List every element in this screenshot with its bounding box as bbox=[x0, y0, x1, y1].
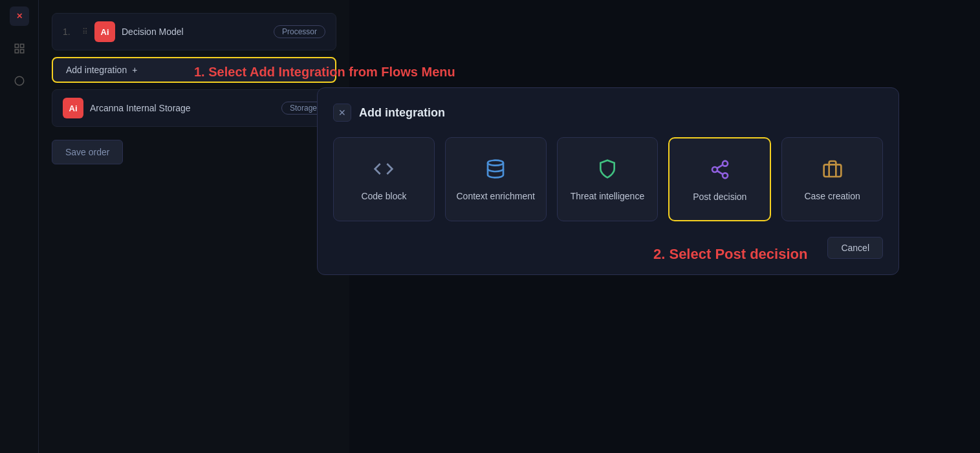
cancel-button[interactable]: Cancel bbox=[827, 237, 883, 259]
modal-title: Add integration bbox=[359, 106, 445, 120]
case-creation-icon bbox=[820, 156, 845, 182]
flow-item-number: 1. bbox=[63, 27, 76, 37]
svg-rect-0 bbox=[15, 44, 18, 47]
context-enrichment-label: Context enrichment bbox=[456, 191, 534, 201]
add-integration-label: Add integration bbox=[66, 65, 127, 75]
svg-rect-3 bbox=[20, 50, 23, 53]
modal-header: ✕ Add integration bbox=[333, 104, 883, 122]
post-decision-icon bbox=[707, 157, 733, 182]
context-enrichment-icon bbox=[483, 156, 508, 182]
integration-cards-container: Code block Context enrichment Threat int… bbox=[333, 137, 883, 221]
flow-item-icon-2: Ai bbox=[63, 98, 83, 118]
post-decision-label: Post decision bbox=[693, 192, 746, 202]
sidebar-icon-1[interactable] bbox=[10, 39, 29, 58]
svg-point-8 bbox=[723, 173, 728, 178]
sidebar-logo: ✕ bbox=[10, 6, 29, 26]
flow-item-1: 1. ⠿ Ai Decision Model Processor bbox=[52, 13, 336, 50]
code-block-icon bbox=[371, 156, 397, 182]
svg-rect-11 bbox=[823, 164, 841, 177]
integration-card-context-enrichment[interactable]: Context enrichment bbox=[445, 137, 547, 221]
threat-intelligence-label: Threat intelligence bbox=[571, 191, 644, 201]
save-order-button[interactable]: Save order bbox=[52, 140, 123, 164]
flow-item-name-2: Arcanna Internal Storage bbox=[90, 103, 275, 113]
add-integration-plus-icon: + bbox=[132, 65, 137, 75]
svg-line-9 bbox=[717, 171, 723, 174]
flow-item-2: Ai Arcanna Internal Storage Storage bbox=[52, 89, 336, 127]
code-block-label: Code block bbox=[361, 191, 406, 201]
svg-rect-2 bbox=[15, 50, 18, 53]
instruction-text-2: 2. Select Post decision bbox=[653, 246, 807, 263]
svg-point-6 bbox=[723, 161, 728, 166]
integration-card-case-creation[interactable]: Case creation bbox=[781, 137, 883, 221]
add-integration-modal: ✕ Add integration Code block bbox=[317, 87, 899, 275]
instruction-text-1: 1. Select Add Integration from Flows Men… bbox=[194, 65, 455, 80]
svg-point-7 bbox=[712, 167, 717, 172]
threat-intelligence-icon bbox=[594, 156, 620, 182]
modal-close-button[interactable]: ✕ bbox=[333, 104, 351, 122]
svg-point-4 bbox=[15, 76, 24, 85]
sidebar-icon-2[interactable] bbox=[10, 71, 29, 91]
flow-item-icon: Ai bbox=[94, 21, 115, 42]
flow-item-badge: Processor bbox=[274, 25, 325, 38]
case-creation-label: Case creation bbox=[804, 191, 860, 201]
integration-card-code-block[interactable]: Code block bbox=[333, 137, 435, 221]
flow-item-name: Decision Model bbox=[122, 27, 267, 37]
svg-line-10 bbox=[717, 165, 723, 168]
svg-point-5 bbox=[488, 160, 503, 166]
integration-card-threat-intelligence[interactable]: Threat intelligence bbox=[557, 137, 659, 221]
sidebar: ✕ bbox=[0, 0, 39, 453]
integration-card-post-decision[interactable]: Post decision bbox=[668, 137, 771, 221]
svg-rect-1 bbox=[20, 44, 23, 47]
drag-handle-icon: ⠿ bbox=[82, 27, 88, 36]
